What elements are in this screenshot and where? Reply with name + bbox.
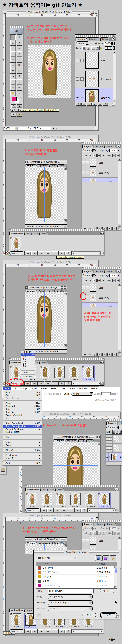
collapse-box-icon[interactable] <box>64 161 66 163</box>
document-canvas[interactable] <box>53 442 98 486</box>
menu-item-revert[interactable]: Revert <box>3 417 42 420</box>
file-row[interactable]: 7f783006_m.jpg2005.2.4 <box>36 584 117 588</box>
scroll-left-icon[interactable]: ◀ <box>56 128 57 129</box>
lock-position-icon[interactable]: ✛ <box>91 46 95 50</box>
tab-image-map[interactable]: Image Map <box>25 232 40 235</box>
duplicate-frame-icon[interactable]: ▣ <box>58 629 65 633</box>
zoom-box-icon[interactable] <box>61 286 63 288</box>
format-select[interactable]: Images Only▲▼ <box>48 594 92 599</box>
frame-delay-value[interactable]: 1 sec. <box>86 379 92 381</box>
frame-delay-select[interactable]: ⁘0.5 sec.▾ <box>82 626 94 628</box>
menu-item-update-html[interactable]: Update HTML... <box>3 431 42 434</box>
palette-drag-bar[interactable] <box>9 230 104 231</box>
delay-option-0.5[interactable]: 0.5 <box>21 358 35 360</box>
menubar-item-select[interactable]: Select <box>49 387 59 390</box>
layer-name[interactable]: 입술 <box>99 286 103 290</box>
loop-select[interactable]: Forever▼ <box>26 508 40 512</box>
animation-frame-4[interactable]: 4⁘1 sec.▾ <box>54 366 66 381</box>
tab-layers[interactable]: Layers <box>106 422 118 425</box>
frame-delay-value[interactable]: 1 sec. <box>14 626 20 628</box>
vertical-scrollbar[interactable]: ▲ ▼ <box>64 167 66 222</box>
stop-icon[interactable]: ■ <box>38 629 44 633</box>
frame-delay-select[interactable]: ⁘1 sec.▾ <box>82 379 94 381</box>
menu-item-export[interactable]: Export▶ <box>3 444 42 447</box>
menu-item-file-info[interactable]: File Info...⇧⌘K <box>3 449 42 452</box>
loop-select[interactable]: Forever▼ <box>10 630 24 633</box>
delay-option-1-seconds[interactable]: 1 seconds <box>21 376 35 378</box>
jump-doc-icon[interactable]: ⇱ <box>11 112 16 116</box>
tween-icon[interactable]: ⁘ <box>52 629 58 633</box>
zoom-level[interactable]: 300% <box>3 126 15 130</box>
link-checkbox[interactable] <box>80 59 84 62</box>
layer-thumbnail[interactable] <box>90 159 96 166</box>
blend-mode-select[interactable]: Normal▲▼ <box>83 149 96 152</box>
layer-row-입술[interactable]: 입술 <box>82 158 118 168</box>
tab-history[interactable]: History <box>94 522 104 526</box>
layer-thumbnail[interactable] <box>90 178 96 182</box>
eraser-tool-icon[interactable]: ▱ <box>10 62 16 68</box>
lock-pixels-icon[interactable]: ✐ <box>87 46 90 50</box>
tab-4-up[interactable]: 4-Up <box>58 290 66 292</box>
link-checkbox[interactable] <box>86 286 89 290</box>
healing-brush-tool-icon[interactable]: ✚ <box>10 51 16 57</box>
frame-delay-select[interactable]: ⁘1 sec.▾ <box>40 378 51 380</box>
layer-row-금발머리_[interactable]: ✐금발머리_ <box>75 88 113 102</box>
layer-row-눈썹 copy[interactable]: 눈썹 copy <box>106 444 122 452</box>
tab-animation[interactable]: Animation <box>10 608 24 612</box>
frame-delay-select[interactable]: ⁘0.1 sec.▾ <box>40 626 51 628</box>
layer-name[interactable]: 입술 <box>99 162 103 164</box>
delay-option-2.0[interactable]: 2.0 <box>21 363 35 365</box>
blend-mode-select[interactable]: Normal▲▼ <box>106 426 119 429</box>
scroll-up-icon[interactable]: ▲ <box>113 51 116 54</box>
layer-name[interactable]: 눈썹 copy <box>99 296 109 299</box>
lasso-tool-icon[interactable]: ℘ <box>10 40 16 46</box>
link-checkbox[interactable] <box>80 78 84 80</box>
menu-item-open[interactable]: Open...⌘O <box>3 394 42 397</box>
frame-delay-value[interactable]: 1 sec. <box>28 378 34 380</box>
anti-aliased-checkbox[interactable] <box>44 392 47 396</box>
next-frame-icon[interactable]: ▮▶ <box>45 382 51 385</box>
resize-grip[interactable] <box>101 252 104 254</box>
status-arrow-icon[interactable]: ▶ <box>52 126 55 130</box>
type-tool-icon[interactable]: T <box>16 74 22 79</box>
delay-option-1.0[interactable]: 1.0 <box>21 360 35 363</box>
scroll-thumb[interactable] <box>114 568 117 573</box>
file-row[interactable]: 2.토마토토이즈2004.11.20 <box>36 570 117 574</box>
frame-delay-select[interactable]: ⁘1 sec.▾ <box>25 378 36 380</box>
location-select[interactable]: 데스크탑 ▲▼ <box>36 556 77 560</box>
document-canvas[interactable] <box>25 292 64 347</box>
width-input[interactable] <box>102 392 110 396</box>
zoom-box-icon[interactable] <box>91 11 94 14</box>
frame-delay-value[interactable]: 0.1 sec. <box>86 506 94 508</box>
tab-layers[interactable]: Layers <box>82 522 94 526</box>
resize-grip[interactable] <box>117 227 120 230</box>
frame-delay-value[interactable]: 0.1 sec. <box>56 626 63 628</box>
layer-thumbnail[interactable] <box>86 52 98 68</box>
tab-original[interactable]: Original <box>26 164 37 167</box>
visibility-checkbox[interactable] <box>82 161 85 164</box>
sort-icon[interactable]: ≐ <box>114 563 117 565</box>
canvas[interactable] <box>28 45 72 98</box>
animation-frame-3[interactable]: 3⁘0.1 sec.▾ <box>55 492 67 508</box>
lock-all-icon[interactable]: ⬒ <box>96 46 100 50</box>
animation-frame-2[interactable]: 2⁘0.1 sec.▾ <box>40 492 53 508</box>
network-button[interactable]: ▾ <box>95 556 102 561</box>
cancel-button[interactable]: 취소 <box>82 613 96 617</box>
frame-delay-value[interactable]: 0.1 sec. <box>42 626 49 628</box>
frame-delay-value[interactable]: 0.1 sec. <box>72 506 79 508</box>
menubar-item-layer[interactable]: Layer <box>29 387 39 390</box>
new-layer-icon[interactable]: ▣ <box>98 102 102 106</box>
tween-icon[interactable]: ⁘ <box>52 382 58 385</box>
close-box-icon[interactable] <box>26 286 28 288</box>
collapse-box-icon[interactable] <box>94 11 98 14</box>
menu-item-open-recent[interactable]: Open Recent▶ <box>3 397 42 400</box>
menubar-item-view[interactable]: View <box>68 387 77 390</box>
tab-optimized[interactable]: Optimized <box>66 440 78 442</box>
tab-actions[interactable]: Actions <box>105 270 116 273</box>
scroll-down-icon[interactable]: ▼ <box>113 100 116 102</box>
frame-delay-select[interactable]: ⁘0.1 sec.▾ <box>25 626 36 628</box>
eye-icon[interactable] <box>76 97 79 98</box>
link-checkbox[interactable] <box>109 446 112 450</box>
tab-paths[interactable]: Paths <box>100 38 110 40</box>
delete-frame-icon[interactable]: ⍑ <box>65 382 72 385</box>
